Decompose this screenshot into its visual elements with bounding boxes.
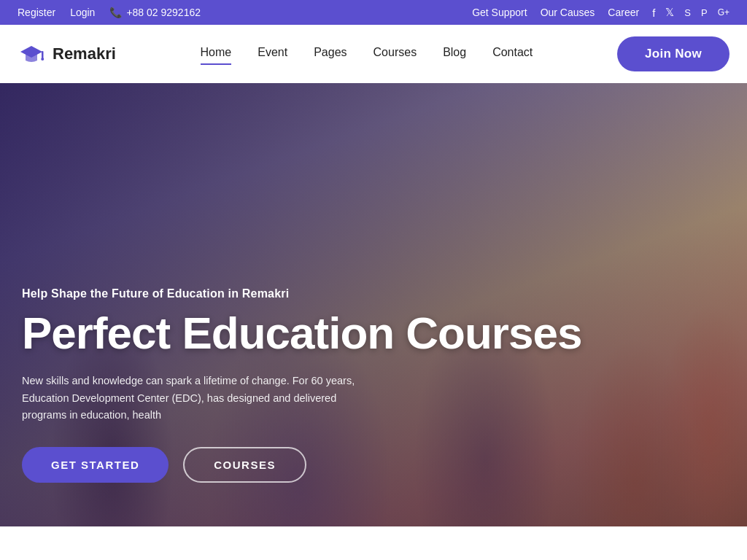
phone-number: +88 02 9292162 xyxy=(126,7,201,18)
skype-icon[interactable]: S xyxy=(684,7,691,18)
facebook-icon[interactable]: f xyxy=(652,7,655,19)
phone-info: 📞 +88 02 9292162 xyxy=(109,7,201,18)
hero-title: Perfect Education Courses xyxy=(22,309,581,357)
top-bar-left: Register Login 📞 +88 02 9292162 xyxy=(18,7,201,18)
hero-section: Help Shape the Future of Education in Re… xyxy=(0,83,747,526)
logo-text: Remakri xyxy=(53,44,116,63)
register-link[interactable]: Register xyxy=(18,7,55,18)
nav-event[interactable]: Event xyxy=(258,46,287,62)
navbar: Remakri Home Event Pages Courses Blog Co… xyxy=(0,25,747,83)
hero-subtitle: Help Shape the Future of Education in Re… xyxy=(22,287,581,300)
logo[interactable]: Remakri xyxy=(18,40,116,68)
pinterest-icon[interactable]: P xyxy=(701,7,708,18)
login-link[interactable]: Login xyxy=(70,7,95,18)
nav-links: Home Event Pages Courses Blog Contact xyxy=(201,46,533,62)
our-causes-link[interactable]: Our Causes xyxy=(541,7,595,18)
top-bar-right: Get Support Our Causes Career f 𝕏 S P G+ xyxy=(472,6,729,19)
phone-icon: 📞 xyxy=(109,7,122,18)
logo-icon xyxy=(18,40,45,68)
top-bar: Register Login 📞 +88 02 9292162 Get Supp… xyxy=(0,0,747,25)
nav-blog[interactable]: Blog xyxy=(443,46,466,62)
courses-button[interactable]: COURSES xyxy=(183,447,306,483)
hero-buttons: GET STARTED COURSES xyxy=(22,447,581,483)
hero-content: Help Shape the Future of Education in Re… xyxy=(0,287,603,483)
nav-contact[interactable]: Contact xyxy=(492,46,533,62)
nav-pages[interactable]: Pages xyxy=(314,46,347,62)
hero-description: New skills and knowledge can spark a lif… xyxy=(22,373,372,424)
nav-home[interactable]: Home xyxy=(201,46,232,62)
nav-courses[interactable]: Courses xyxy=(374,46,417,62)
join-now-button[interactable]: Join Now xyxy=(617,36,729,71)
career-link[interactable]: Career xyxy=(608,7,639,18)
google-plus-icon[interactable]: G+ xyxy=(718,7,729,18)
get-started-button[interactable]: GET STARTED xyxy=(22,447,169,483)
svg-point-3 xyxy=(41,58,44,61)
get-support-link[interactable]: Get Support xyxy=(472,7,527,18)
twitter-icon[interactable]: 𝕏 xyxy=(665,6,674,19)
social-icons: f 𝕏 S P G+ xyxy=(652,6,729,19)
svg-rect-2 xyxy=(42,51,44,58)
